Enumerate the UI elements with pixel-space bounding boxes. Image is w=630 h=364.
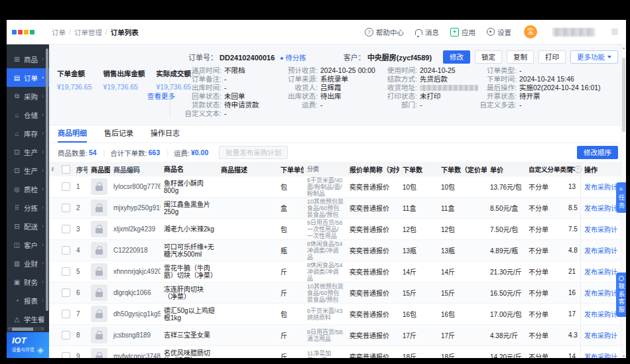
apps-button[interactable]: + 应用 (450, 27, 475, 37)
breadcrumb-item[interactable]: 订单管理 (74, 27, 102, 37)
quote-name: 奕奕普通报价 (346, 351, 399, 358)
iot-banner[interactable]: IOT 设备与环境 ◈ (7, 332, 49, 358)
field-row: 自定义多选- (474, 101, 601, 109)
row-checkbox[interactable] (58, 352, 73, 358)
brand-logo[interactable] (12, 30, 34, 34)
sidebar-scrollbar[interactable] (46, 48, 48, 311)
batch-publish-button[interactable]: 批量发布采购计划 (219, 146, 288, 159)
sidebar-item-5[interactable]: ⌂库存› (7, 124, 49, 143)
row-checkbox[interactable] (58, 331, 73, 339)
breadcrumb-item[interactable]: 订单 (52, 27, 66, 37)
product-image-placeholder (91, 263, 107, 280)
scroll-up-icon[interactable]: ▴ (621, 45, 626, 50)
sidebar-item-7[interactable]: ⊡生产› (7, 161, 49, 180)
reorder-button[interactable]: 修改顺序 (577, 146, 618, 159)
publish-purchase-plan-link[interactable]: 发布采购计划 (584, 182, 617, 192)
sidebar-item-13[interactable]: ▣财务› (7, 273, 49, 291)
modify-button[interactable]: 修改 (443, 50, 470, 64)
vscroll-thumb[interactable] (622, 58, 625, 132)
tab-1[interactable]: 商品明细 (58, 126, 87, 143)
avatar[interactable]: 宝 (524, 25, 537, 38)
task-float-button[interactable]: ≡ 任务 (616, 182, 626, 213)
sidebar-item-4[interactable]: ⌂仓储› (7, 105, 49, 124)
expand-all-icon[interactable]: ⇕ (49, 166, 58, 172)
copy-button[interactable]: 复制 (507, 50, 534, 64)
unit-price: 17.00元/包 (487, 309, 525, 319)
messages-button[interactable]: 消息 (415, 27, 439, 37)
sidebar-item-6[interactable]: ⊡生产› (7, 143, 49, 161)
contact-service-button[interactable]: 联系客服 (616, 273, 626, 317)
field-label: 送货时间 (179, 66, 221, 75)
order-qty: 11盒 (399, 203, 438, 213)
sidebar-item-14[interactable]: ◔报表› (7, 291, 49, 310)
sidebar-item-10[interactable]: ⊟配送› (7, 217, 49, 235)
status-dot-icon (281, 57, 283, 60)
sidebar-item-12[interactable]: ▥业财› (7, 254, 49, 273)
help-center-button[interactable]: ? 帮助中心 (365, 27, 404, 37)
row-checkbox[interactable] (58, 288, 73, 297)
sidebar-item-2[interactable]: ▤订单› (7, 68, 49, 87)
product-image-cell[interactable] (88, 178, 110, 195)
sidebar-hscrollbar[interactable]: ‹ › (7, 327, 44, 331)
action-cell: 发布采购计划 (580, 325, 617, 345)
field-value: 2024-10-25 00:00 (320, 66, 375, 74)
order-unit: 斤 (277, 267, 304, 276)
hscroll-thumb[interactable] (12, 328, 33, 331)
order-qty-price-unit: 17斤 (438, 330, 487, 340)
scroll-right-icon[interactable]: › (40, 327, 44, 331)
unit-price: 4.38元/斤 (487, 330, 525, 340)
view-more-link[interactable]: 查看更多 (147, 91, 175, 101)
sidebar-item-9[interactable]: ⠿分拣› (7, 198, 49, 217)
row-checkbox[interactable] (58, 267, 73, 276)
checkbox-icon (62, 204, 70, 212)
row-checkbox[interactable] (58, 225, 73, 233)
tab-3[interactable]: 操作日志 (151, 126, 180, 143)
chevron-right-icon: › (42, 297, 44, 304)
topbar-extra-icon[interactable] (611, 29, 618, 35)
breadcrumb-item[interactable]: 订单列表 (111, 27, 139, 37)
lock-button[interactable]: 锁定 (475, 50, 502, 64)
sidebar-item-8[interactable]: ◎质检› (7, 180, 49, 198)
scroll-left-icon[interactable]: ‹ (7, 327, 11, 331)
product-image-cell[interactable] (88, 200, 110, 216)
row-checkbox[interactable] (58, 310, 73, 318)
total-qty-label: 合计下单数 (110, 148, 147, 158)
publish-purchase-plan-link[interactable]: 发布采购计划 (584, 351, 617, 358)
publish-purchase-plan-link[interactable]: 发布采购计划 (584, 224, 617, 234)
publish-purchase-plan-link[interactable]: 发布采购计划 (584, 330, 617, 340)
product-image-cell[interactable] (88, 242, 110, 259)
apps-icon: + (450, 28, 459, 36)
sidebar-item-1[interactable]: ⊞商品› (7, 50, 49, 68)
product-code: dlgrqkjc1066 (110, 289, 160, 296)
tab-2[interactable]: 售后记录 (104, 126, 133, 143)
product-image-cell[interactable] (88, 306, 110, 322)
order-icon: ▤ (13, 74, 21, 82)
scroll-down-icon[interactable]: ▾ (621, 353, 626, 358)
row-checkbox[interactable] (58, 182, 73, 191)
table-row: 5xhnnnrjqkjc4920雪花牛腩（牛肉筋）切块（净菜）斤8休闲食品/54… (49, 261, 626, 282)
field-value-blurred (420, 85, 478, 91)
field-value: - (420, 101, 422, 109)
publish-purchase-plan-link[interactable]: 发布采购计划 (584, 309, 617, 319)
field-label: 订单来源 (275, 75, 318, 84)
row-checkbox[interactable] (58, 204, 73, 212)
field-value: 系统录单 (320, 75, 348, 83)
publish-purchase-plan-link[interactable]: 发布采购计划 (584, 245, 617, 255)
publish-purchase-plan-link[interactable]: 发布采购计划 (584, 288, 617, 298)
more-actions-button[interactable]: 更多功能 (570, 50, 618, 64)
settings-button[interactable]: 设置 (487, 27, 511, 37)
product-image-cell[interactable] (88, 327, 110, 343)
print-button[interactable]: 打印 (538, 50, 566, 64)
sidebar-item-11[interactable]: ◫客户› (7, 235, 49, 254)
publish-purchase-plan-link[interactable]: 发布采购计划 (584, 203, 617, 213)
product-image-cell[interactable] (88, 263, 110, 280)
product-image-cell[interactable] (88, 348, 110, 358)
row-checkbox[interactable] (58, 246, 73, 255)
sidebar-item-3[interactable]: ⧉采购› (7, 87, 49, 105)
product-image-cell[interactable] (88, 284, 110, 301)
publish-purchase-plan-link[interactable]: 发布采购计划 (584, 267, 617, 276)
sidebar-item-15[interactable]: △学生餐› (7, 310, 49, 328)
product-image-cell[interactable] (88, 221, 110, 237)
total-qty-value: 663 (149, 149, 160, 156)
select-all-checkbox[interactable] (58, 165, 73, 174)
